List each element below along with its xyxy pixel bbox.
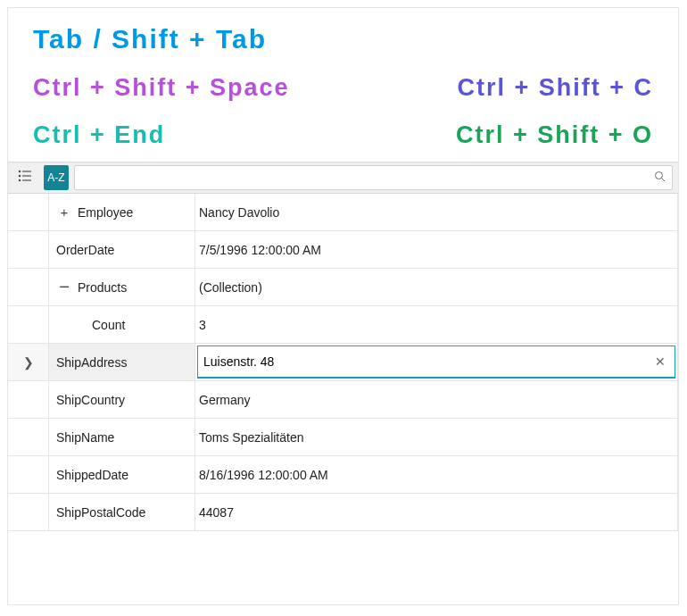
sort-az-button[interactable]: A-Z: [44, 165, 69, 190]
property-label[interactable]: Count: [49, 306, 195, 344]
property-label[interactable]: ShipPostalCode: [49, 494, 195, 531]
property-value[interactable]: 3: [195, 306, 678, 344]
row-gutter: [8, 494, 49, 531]
label-text: ShipAddress: [56, 355, 127, 370]
label-text: OrderDate: [56, 243, 114, 257]
property-label[interactable]: ShipAddress: [49, 344, 195, 381]
row-gutter: [8, 456, 49, 494]
property-value[interactable]: Toms Spezialitäten: [195, 419, 678, 456]
label-text: Products: [72, 280, 127, 295]
list-icon: [18, 170, 32, 186]
property-value[interactable]: 8/16/1996 12:00:00 AM: [195, 456, 678, 494]
property-value[interactable]: (Collection): [195, 269, 678, 306]
minus-icon[interactable]: −: [56, 277, 72, 297]
property-grid-toolbar: A-Z: [8, 162, 678, 194]
row-gutter: [8, 381, 49, 419]
hint-tab: Tab / Shift + Tab: [33, 24, 267, 54]
property-label[interactable]: ShipName: [49, 419, 195, 456]
row-gutter: [8, 419, 49, 456]
hint-ctrl-shift-o: Ctrl + Shift + O: [413, 121, 653, 149]
label-text: ShipPostalCode: [56, 505, 145, 520]
property-value[interactable]: Nancy Davolio: [195, 194, 678, 231]
hint-ctrl-end: Ctrl + End: [33, 121, 165, 149]
property-value-editing[interactable]: ✕: [195, 344, 678, 381]
property-label[interactable]: OrderDate: [49, 231, 195, 269]
property-value[interactable]: 44087: [195, 494, 678, 531]
property-label[interactable]: ShipCountry: [49, 381, 195, 419]
property-label[interactable]: ShippedDate: [49, 456, 195, 494]
property-value[interactable]: Germany: [195, 381, 678, 419]
row-gutter: [8, 269, 49, 306]
hint-ctrl-shift-space: Ctrl + Shift + Space: [33, 74, 290, 102]
svg-line-7: [661, 179, 665, 182]
chevron-right-icon: ❯: [23, 355, 34, 370]
hint-ctrl-shift-c: Ctrl + Shift + C: [414, 74, 653, 102]
svg-point-0: [19, 171, 21, 172]
plus-icon[interactable]: +: [56, 204, 72, 220]
row-gutter: [8, 306, 49, 344]
property-value-input[interactable]: [203, 354, 651, 369]
search-input[interactable]: [75, 171, 647, 185]
categorize-button[interactable]: [8, 165, 42, 190]
label-text: ShipCountry: [56, 393, 125, 407]
svg-point-6: [655, 172, 662, 179]
label-text: ShippedDate: [56, 468, 128, 482]
row-gutter: ❯: [8, 344, 49, 381]
label-text: Employee: [72, 205, 133, 220]
property-label[interactable]: −Products: [49, 269, 195, 306]
property-label[interactable]: +Employee: [49, 194, 195, 231]
svg-point-2: [19, 175, 21, 177]
label-text: Count: [92, 318, 125, 332]
property-grid: +Employee Nancy Davolio OrderDate 7/5/19…: [8, 194, 678, 531]
sort-az-label: A-Z: [47, 171, 64, 184]
search-box[interactable]: [74, 165, 673, 190]
property-value[interactable]: 7/5/1996 12:00:00 AM: [195, 231, 678, 269]
label-text: ShipName: [56, 430, 114, 445]
row-gutter: [8, 231, 49, 269]
row-gutter: [8, 194, 49, 231]
svg-point-4: [19, 179, 21, 181]
search-icon[interactable]: [647, 171, 672, 185]
clear-button[interactable]: ✕: [651, 354, 669, 369]
shortcut-hints: Tab / Shift + Tab Ctrl + Shift + Space C…: [8, 8, 678, 158]
app-window: Tab / Shift + Tab Ctrl + Shift + Space C…: [7, 7, 679, 605]
